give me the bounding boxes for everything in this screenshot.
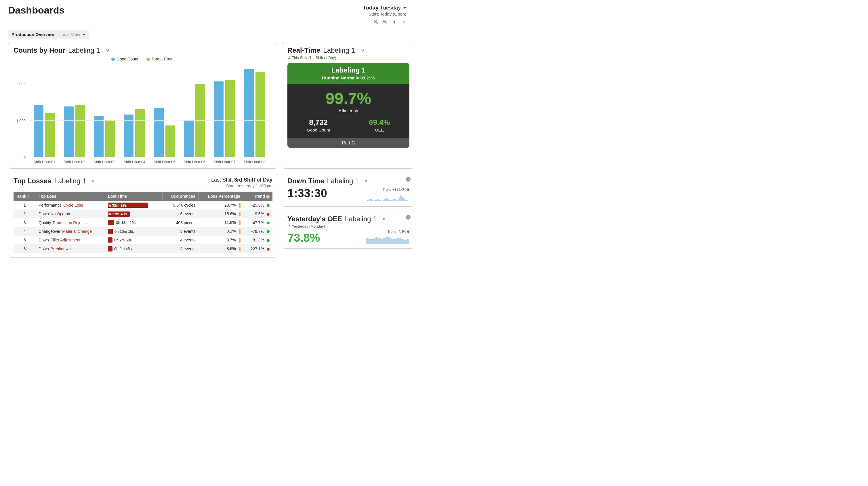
expand-icon[interactable]	[105, 48, 109, 53]
lost-time-cell: 0h 17m 40s	[105, 210, 162, 218]
bar[interactable]	[255, 72, 265, 157]
table-header[interactable]: Trend i	[243, 192, 273, 201]
realtime-card[interactable]: Labeling 1 Running Normally 0:02:36 99.7…	[287, 63, 409, 148]
chevron-down-icon	[82, 32, 86, 37]
expand-icon[interactable]	[382, 217, 386, 221]
date-day: Tuesday	[380, 5, 401, 11]
x-tick-label: Shift Hour 08	[240, 158, 270, 166]
date-subtext: Start: Today (Open)	[363, 11, 406, 17]
table-header[interactable]: Occurrences	[162, 192, 198, 201]
top-losses-subtitle: Labeling 1	[54, 177, 86, 185]
legend-item[interactable]: Good Count	[111, 57, 138, 61]
table-row[interactable]: 4Changeover Material Change0h 10m 15s3 e…	[13, 227, 273, 236]
top-loss-cell: Down Filler Adjustment	[36, 236, 105, 244]
bar[interactable]	[225, 80, 235, 157]
zoom-in-icon[interactable]	[383, 19, 388, 25]
bar-group	[150, 65, 180, 157]
legend-item[interactable]: Target Count	[147, 57, 175, 61]
bar[interactable]	[135, 109, 145, 157]
x-tick-label: Shift Hour 04	[119, 158, 149, 166]
downtime-trend-label: Trend +129.0%	[383, 188, 406, 192]
bar-group	[210, 65, 239, 157]
table-header[interactable]: Top Loss	[36, 192, 105, 201]
table-row[interactable]: 6Down Breakdown0h 9m 45s3 events8.6% 227…	[13, 244, 273, 253]
bar[interactable]	[64, 107, 74, 157]
bar[interactable]	[124, 115, 133, 157]
loss-pct-cell: 8.7%	[198, 236, 243, 244]
x-tick-label: Shift Hour 05	[150, 158, 180, 166]
trend-cell: -29.3%	[243, 201, 273, 210]
trend-cell: -81.3%	[243, 236, 273, 244]
occurrences-cell: 408 pieces	[162, 218, 198, 227]
top-loss-cell: Changeover Material Change	[36, 227, 105, 236]
bar-group	[29, 65, 59, 157]
rt-efficiency-label: Efficiency	[287, 108, 409, 113]
yoee-note-text: Yesterday (Monday)	[292, 224, 325, 229]
bar[interactable]	[214, 82, 223, 157]
rank-cell: 5	[13, 236, 36, 244]
info-icon[interactable]: i	[406, 177, 410, 182]
bar[interactable]	[94, 116, 103, 157]
table-row[interactable]: 2Down No Operator0h 17m 40s6 events15.6%…	[13, 210, 273, 218]
x-tick-label: Shift Hour 01	[29, 158, 59, 166]
x-tick-label: Shift Hour 02	[59, 158, 89, 166]
top-loss-cell: Down No Operator	[36, 210, 105, 218]
tab-production-overview[interactable]: Production Overview	[11, 32, 55, 37]
top-losses-title: Top Losses	[13, 177, 52, 185]
rt-oee-label: OEE	[369, 127, 390, 132]
down-time-panel: i Down Time Labeling 1 1:33:30 Trend +12…	[282, 173, 414, 207]
bar[interactable]	[165, 125, 175, 157]
bar[interactable]	[184, 120, 194, 157]
chart-subtitle: Labeling 1	[68, 46, 100, 54]
view-tabs[interactable]: Production Overview Local View	[8, 30, 89, 38]
bar[interactable]	[45, 113, 55, 157]
table-row[interactable]: 1Performance Cycle Loss0h 32m 29s9,646 c…	[13, 201, 273, 210]
bar[interactable]	[154, 108, 164, 157]
chart-title: Counts by Hour	[13, 46, 65, 54]
trend-cell: 9.5%	[243, 210, 273, 218]
table-row[interactable]: 3Quality Production Rejects0h 13m 25s408…	[13, 218, 273, 227]
bar[interactable]	[34, 105, 43, 157]
realtime-title: Real-Time	[287, 46, 320, 54]
bar-group	[240, 65, 270, 157]
rt-footer: Part C	[287, 138, 409, 148]
bar[interactable]	[75, 105, 85, 157]
history-icon: ↺	[287, 56, 290, 60]
loss-pct-cell: 28.7%	[198, 201, 243, 210]
table-header[interactable]: Rank ↑	[13, 192, 36, 201]
bar[interactable]	[105, 120, 115, 157]
next-arrow-icon[interactable]	[401, 19, 406, 25]
svg-line-4	[386, 23, 388, 24]
bar[interactable]	[244, 69, 254, 157]
date-selector[interactable]: Today Tuesday	[363, 5, 406, 11]
table-row[interactable]: 5Down Filler Adjustment0h 9m 50s4 events…	[13, 236, 273, 244]
trend-dot-icon	[407, 231, 409, 233]
table-header[interactable]: Loss Percentage	[198, 192, 243, 201]
expand-icon[interactable]	[91, 179, 95, 184]
last-shift-start: Start: Yesterday 11:00 pm	[211, 184, 273, 188]
realtime-subtitle: Labeling 1	[323, 46, 355, 54]
lost-time-cell: 0h 9m 45s	[105, 244, 162, 253]
chevron-down-icon	[402, 5, 406, 11]
tab-local-view[interactable]: Local View	[59, 32, 85, 37]
yoee-subtitle: Labeling 1	[345, 215, 377, 223]
occurrences-cell: 3 events	[162, 227, 198, 236]
occurrences-cell: 3 events	[162, 244, 198, 253]
expand-icon[interactable]	[364, 179, 368, 184]
svg-marker-7	[393, 20, 395, 24]
info-icon[interactable]: i	[406, 215, 410, 219]
yoee-trend-label: Trend -4.3%	[387, 230, 406, 234]
zoom-out-icon[interactable]	[373, 19, 379, 25]
lost-time-cell: 0h 9m 50s	[105, 236, 162, 244]
bar-group	[90, 65, 119, 157]
top-losses-panel: Top Losses Labeling 1 Last Shift 3rd Shi…	[8, 173, 278, 257]
chart-legend: Good CountTarget Count	[13, 57, 273, 61]
page-title: Dashboards	[8, 5, 65, 16]
table-header[interactable]: Lost Time	[105, 192, 162, 201]
rt-status-time: 0:02:36	[361, 75, 375, 80]
expand-icon[interactable]	[360, 48, 364, 53]
x-tick-label: Shift Hour 06	[180, 158, 210, 166]
tab-local-view-label: Local View	[59, 32, 80, 37]
prev-arrow-icon[interactable]	[392, 19, 397, 25]
y-tick-label: 0	[24, 155, 26, 160]
